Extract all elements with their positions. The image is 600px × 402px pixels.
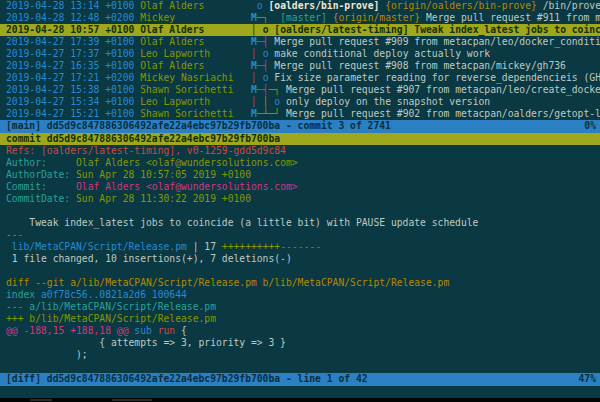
text-segment: Merge pull request #908 from metacpan/mi… [269, 60, 566, 71]
text-segment: Merge pull request #909 from metacpan/le… [269, 36, 600, 47]
text-segment: ─┤ [257, 36, 269, 47]
text-segment: 2019-04-28 13:14 +0100 [6, 0, 140, 11]
text-segment: Olaf Alders [140, 24, 251, 35]
commit-row[interactable]: 2019-04-27 17:39 +0100 Olaf Alders M─┤ M… [0, 36, 600, 48]
text-segment: {origin/oalders/bin-prove} [385, 0, 537, 11]
text-segment: 2019-04-27 15:38 +0100 [6, 84, 140, 95]
text-segment: Olaf Alders <olaf@wundersolutions.com> [76, 157, 298, 168]
text-segment: 2019-04-27 17:21 +0200 [6, 72, 140, 83]
text-segment: Mickey Nasriachi [140, 72, 251, 83]
text-segment: Olaf Alders [140, 60, 251, 71]
text-segment: diff --git a/lib/MetaCPAN/Script/Release… [6, 277, 449, 288]
diff-index-line: index a0f78c56..0821a2d6 100644 [0, 289, 600, 301]
text-segment: /bin/prove no longe [537, 0, 600, 11]
commit-message-line: Tweak index_latest jobs to coincide (a l… [0, 217, 600, 229]
commit-row[interactable]: 2019-04-27 17:37 +0100 Leo Lapworth │ o … [0, 48, 600, 60]
commit-row[interactable]: 2019-04-27 15:34 +0100 Leo Lapworth │ │ … [0, 96, 600, 108]
text-segment: Refs: [oalders/latest-timing], v0-1259-g… [6, 145, 286, 156]
text-segment: CommitDate: [6, 193, 76, 204]
diffstat-summary-line: 1 file changed, 10 insertions(+), 7 dele… [0, 253, 600, 265]
author-date-line: AuthorDate: Sun Apr 28 10:57:05 2019 +01… [0, 169, 600, 181]
text-segment: Olaf Alders [140, 0, 251, 11]
taskbar-fragment [112, 399, 152, 401]
text-segment: { [175, 325, 187, 336]
diff-old-file-line: --- a/lib/MetaCPAN/Script/Release.pm [0, 301, 600, 313]
text-segment: commit dd5d9c847886306492afe22a4ebc97b29… [6, 133, 280, 144]
text-segment: Olaf Alders <olaf@wundersolutions.com> [76, 181, 298, 192]
window-bottom-edge [0, 398, 600, 402]
text-segment: 2019-04-27 16:35 +0100 [6, 60, 140, 71]
diff-context-line: { attempts => 3, priority => 3 } [0, 337, 600, 349]
diff-context-line: ); [0, 349, 600, 361]
diff-status-bar: [diff] dd5d9c847886306492afe22a4ebc97b29… [0, 373, 600, 385]
tig-terminal-screen: 2019-04-28 13:14 +0100 Olaf Alders o [oa… [0, 0, 600, 402]
blank-line [0, 361, 600, 373]
text-segment: Leo Lapworth [140, 48, 251, 59]
text-segment: a0f78c56..0821a2d6 100644 [41, 289, 187, 300]
text-segment: ++++++++++ [222, 241, 280, 252]
commit-row[interactable]: 2019-04-28 13:14 +0100 Olaf Alders o [oa… [0, 0, 600, 12]
commit-row[interactable]: 2019-04-27 17:21 +0200 Mickey Nasriachi … [0, 72, 600, 84]
text-segment: ─┤ [257, 84, 269, 95]
separator-line: --- [0, 229, 600, 241]
text-segment: o [251, 0, 269, 11]
text-segment: AuthorDate: [6, 169, 76, 180]
diffstat-line: lib/MetaCPAN/Script/Release.pm | 17 ++++… [0, 241, 600, 253]
text-segment: Commit: [6, 181, 76, 192]
refs-line: Refs: [oalders/latest-timing], v0-1259-g… [0, 145, 600, 157]
text-segment: Leo Lapworth [140, 96, 251, 107]
text-segment: index [6, 289, 41, 300]
commit-row[interactable]: 2019-04-27 15:21 +0100 Shawn Sorichetti … [0, 108, 600, 120]
text-segment: | 17 [187, 241, 222, 252]
text-segment: make conditional deploy actually work [269, 48, 491, 59]
text-segment: Mickey [140, 12, 251, 23]
text-segment: only deploy on the snapshot version [280, 96, 490, 107]
text-segment: {origin/master} [333, 12, 421, 23]
text-segment: Olaf Alders [140, 36, 251, 47]
main-status-bar-text: [main] dd5d9c847886306492afe22a4ebc97b29… [6, 120, 391, 132]
committer-line: Commit: Olaf Alders <olaf@wundersolution… [0, 181, 600, 193]
text-segment: @@ -188,15 +188,18 @@ [6, 325, 128, 336]
text-segment: Merge pull request #902 from metacpan/oa… [280, 108, 600, 119]
text-segment: 2019-04-27 15:21 +0100 [6, 108, 140, 119]
blank-line [0, 205, 600, 217]
text-segment: [master] [280, 12, 327, 23]
text-segment: Shawn Sorichetti [140, 108, 251, 119]
text-segment: 2019-04-28 12:48 +0200 [6, 12, 140, 23]
commit-row[interactable]: 2019-04-27 15:38 +0100 Shawn Sorichetti … [0, 84, 600, 96]
text-segment: ─┴─┘ [257, 108, 280, 119]
text-segment: sub [134, 325, 152, 336]
commit-row[interactable]: 2019-04-28 12:48 +0200 Mickey M─┐ [maste… [0, 12, 600, 24]
text-segment: 2019-04-27 17:39 +0100 [6, 36, 140, 47]
text-segment: Fix size parameter reading for reverse_d… [269, 72, 600, 83]
diff-new-file-line: +++ b/lib/MetaCPAN/Script/Release.pm [0, 313, 600, 325]
text-segment: Author: [6, 157, 76, 168]
text-segment: --- [6, 229, 24, 240]
blank-line [0, 386, 600, 398]
text-segment: 2019-04-28 10:57 +0100 [6, 24, 140, 35]
text-segment: Sun Apr 28 10:57:05 2019 +0100 [76, 169, 251, 180]
text-segment: Merge pull request #907 from metacpan/le… [280, 84, 600, 95]
text-segment: │ o [251, 24, 274, 35]
blank-line [0, 265, 600, 277]
text-segment: Shawn Sorichetti [140, 84, 251, 95]
terminal-rows: 2019-04-28 13:14 +0100 Olaf Alders o [oa… [0, 0, 600, 398]
commit-date-line: CommitDate: Sun Apr 28 11:30:22 2019 +01… [0, 193, 600, 205]
text-segment: run [158, 325, 176, 336]
commit-row[interactable]: 2019-04-27 16:35 +0100 Olaf Alders M─┤ M… [0, 60, 600, 72]
text-segment: ); [6, 349, 88, 360]
text-segment: 1 file changed, 10 insertions(+), 7 dele… [6, 253, 292, 264]
text-segment: ─┐ [257, 12, 269, 23]
text-segment: ─┤ [257, 60, 269, 71]
text-segment: Tweak index_latest jobs to coincide (a l [408, 24, 600, 35]
text-segment: 2019-04-27 17:37 +0100 [6, 48, 140, 59]
text-segment: lib/MetaCPAN/Script/Release.pm [6, 241, 187, 252]
commit-header-row: commit dd5d9c847886306492afe22a4ebc97b29… [0, 133, 600, 145]
text-segment: ------- [280, 241, 321, 252]
diff-git-line: diff --git a/lib/MetaCPAN/Script/Release… [0, 277, 600, 289]
text-segment: Sun Apr 28 11:30:22 2019 +0100 [76, 193, 251, 204]
commit-row-selected[interactable]: 2019-04-28 10:57 +0100 Olaf Alders │ o [… [0, 24, 600, 36]
text-segment: 2019-04-27 15:34 +0100 [6, 96, 140, 107]
text-segment: [oalders/bin-prove] [268, 0, 379, 11]
main-status-bar: [main] dd5d9c847886306492afe22a4ebc97b29… [0, 120, 600, 132]
